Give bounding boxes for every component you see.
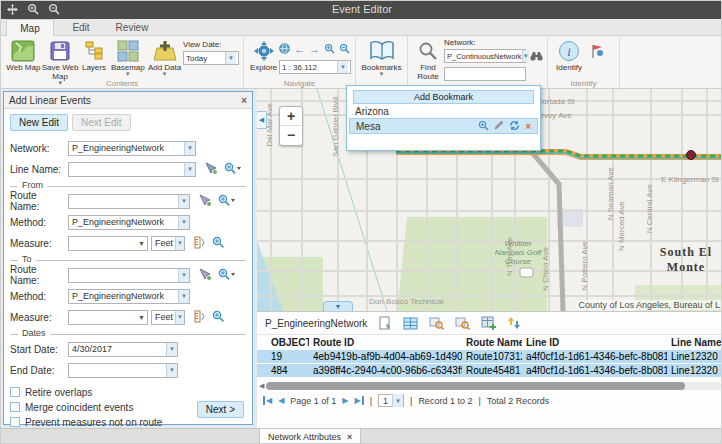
scroll-left-icon[interactable]: ◀ xyxy=(259,382,264,390)
zoom-to-selection-icon[interactable] xyxy=(429,316,444,330)
bookmark-item-mesa[interactable]: Mesa × xyxy=(349,118,538,134)
start-date-label: Start Date: xyxy=(10,344,68,355)
next-edit-button[interactable]: Next Edit xyxy=(72,114,131,131)
to-route-name-dropdown[interactable]: ▼ xyxy=(68,268,190,283)
map-zoom-in-button[interactable]: + xyxy=(280,107,302,126)
pan-to-selection-icon[interactable] xyxy=(455,316,470,330)
to-route-caret-icon: ▼ xyxy=(178,269,189,282)
table-layer-name: P_EngineeringNetwork xyxy=(265,318,367,329)
bookmarks-button[interactable]: Bookmarks ▼ xyxy=(360,38,403,76)
explore-button[interactable]: Explore xyxy=(248,38,279,72)
column-header[interactable]: OBJECTID xyxy=(257,337,309,348)
add-bookmark-button[interactable]: Add Bookmark xyxy=(353,90,534,104)
retire-overlaps-box[interactable] xyxy=(10,387,20,397)
next-button[interactable]: Next > xyxy=(197,401,244,418)
from-measure-zoom-icon[interactable] xyxy=(212,236,225,251)
to-method-dropdown[interactable]: P_EngineeringNetwork ▼ xyxy=(68,289,190,304)
column-header[interactable]: Line Name xyxy=(667,337,722,348)
from-route-name-dropdown[interactable]: ▼ xyxy=(68,194,190,209)
panel-close-icon[interactable]: × xyxy=(241,95,247,106)
bookmark-delete-icon[interactable]: × xyxy=(525,121,531,132)
to-route-zoom-icon[interactable] xyxy=(218,268,236,283)
route-value-input[interactable] xyxy=(444,67,526,81)
previous-page-icon[interactable]: ◀ xyxy=(278,396,284,405)
from-route-zoom-icon[interactable] xyxy=(218,194,236,209)
table-row[interactable]: 484 a398ff4c-2940-4c00-96b6-c6343f9f1711… xyxy=(257,363,722,377)
tab-edit[interactable]: Edit xyxy=(57,19,105,36)
bookmark-edit-icon[interactable] xyxy=(494,120,504,132)
clear-identify-button[interactable] xyxy=(586,38,608,63)
to-measure-zoom-icon[interactable] xyxy=(212,310,225,325)
map-scale-select[interactable]: 1 : 36.112 ▼ xyxy=(279,60,351,74)
select-records-icon[interactable] xyxy=(378,316,392,330)
from-route-caret-icon: ▼ xyxy=(178,195,189,208)
from-select-route-on-map-icon[interactable] xyxy=(198,194,212,209)
collapse-table-icon[interactable]: ▼ xyxy=(323,301,353,311)
end-date-dropdown[interactable]: ▼ xyxy=(68,363,178,378)
tab-review[interactable]: Review xyxy=(108,19,156,36)
bookmark-item-arizona[interactable]: Arizona xyxy=(347,104,540,117)
new-edit-button[interactable]: New Edit xyxy=(10,114,68,131)
tab-map[interactable]: Map xyxy=(6,19,54,36)
zoom-in-icon[interactable] xyxy=(324,43,335,56)
network-select[interactable]: P_ContinuousNetwork ▼ xyxy=(444,49,526,63)
column-header[interactable]: Line ID xyxy=(522,337,667,348)
web-map-button[interactable]: Web Map xyxy=(5,38,42,72)
from-measure-input[interactable]: ▼ xyxy=(68,236,148,251)
bookmark-zoom-icon[interactable] xyxy=(478,120,489,133)
bookmark-refresh-icon[interactable] xyxy=(509,120,520,133)
find-route-icon xyxy=(418,39,438,63)
map-zoom-out-button[interactable]: − xyxy=(280,126,302,145)
column-header[interactable]: Route ID xyxy=(309,337,462,348)
from-measure-tool-icon[interactable] xyxy=(193,236,206,251)
explore-icon xyxy=(253,39,275,63)
tab-close-icon[interactable]: × xyxy=(347,432,352,442)
zoom-out-icon[interactable] xyxy=(339,43,350,56)
record-range-text: Record 1 to 2 xyxy=(418,396,472,406)
sort-icon[interactable] xyxy=(507,316,521,330)
last-page-icon[interactable]: ▶ xyxy=(355,396,364,405)
retire-overlaps-checkbox[interactable]: Retire overlaps xyxy=(10,386,246,398)
from-unit-dropdown[interactable]: Feet▼ xyxy=(151,236,185,251)
next-page-icon[interactable]: ▶ xyxy=(342,396,348,405)
bookmarks-icon xyxy=(369,39,395,63)
street-label: N Merced Ave xyxy=(617,201,626,251)
add-table-icon[interactable] xyxy=(481,316,496,330)
select-line-on-map-icon[interactable] xyxy=(204,162,218,177)
line-name-dropdown[interactable]: ▼ xyxy=(68,162,196,177)
layers-button[interactable]: Layers xyxy=(79,38,110,72)
view-date-select[interactable]: Today ▼ xyxy=(183,51,239,65)
table-horizontal-scrollbar[interactable]: ◀ xyxy=(259,381,721,391)
scrollbar-thumb[interactable] xyxy=(266,382,684,390)
add-data-button[interactable]: Add Data ▼ xyxy=(146,38,183,76)
network-dropdown[interactable]: P_EngineeringNetwork ▼ xyxy=(68,141,196,156)
merge-coincident-box[interactable] xyxy=(10,402,20,412)
add-data-caret-icon: ▼ xyxy=(162,72,168,76)
find-route-button[interactable]: Find Route xyxy=(412,38,444,81)
line-zoom-icon[interactable] xyxy=(224,162,242,177)
show-selected-records-icon[interactable] xyxy=(403,317,418,330)
prevent-measures-box[interactable] xyxy=(10,417,20,427)
page-number-select[interactable]: 1 ▼ xyxy=(378,394,404,407)
next-extent-icon[interactable]: → xyxy=(309,43,320,55)
to-measure-caret-icon: ▼ xyxy=(138,314,147,321)
globe-icon[interactable] xyxy=(279,43,290,56)
identify-icon: i xyxy=(558,39,580,63)
collapse-panel-icon[interactable]: ◀ xyxy=(257,111,267,129)
tab-network-attributes[interactable]: Network Attributes × xyxy=(259,429,361,444)
identify-button[interactable]: i Identify xyxy=(552,38,586,72)
column-header[interactable]: Route Name xyxy=(462,337,522,348)
basemap-button[interactable]: Basemap ▼ xyxy=(109,38,146,76)
previous-extent-icon[interactable]: ← xyxy=(294,43,305,55)
dates-section: Dates Start Date: 4/30/2017 ▼ End Date: … xyxy=(10,334,246,378)
binoculars-icon[interactable] xyxy=(530,47,543,65)
to-select-route-on-map-icon[interactable] xyxy=(198,268,212,283)
to-measure-input[interactable]: ▼ xyxy=(68,310,148,325)
to-unit-dropdown[interactable]: Feet▼ xyxy=(151,310,185,325)
table-row[interactable]: 19 4eb9419b-af9b-4d04-ab69-1d490476802b … xyxy=(257,349,722,363)
first-page-icon[interactable]: ◀ xyxy=(263,396,272,405)
to-measure-tool-icon[interactable] xyxy=(193,310,206,325)
poi-label: Don Bosco Technical xyxy=(369,297,444,306)
from-method-dropdown[interactable]: P_EngineeringNetwork ▼ xyxy=(68,215,190,230)
start-date-dropdown[interactable]: 4/30/2017 ▼ xyxy=(68,342,178,357)
